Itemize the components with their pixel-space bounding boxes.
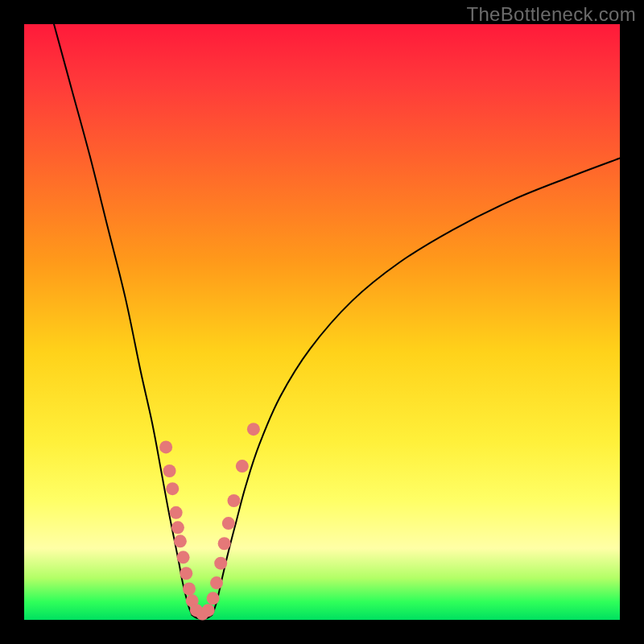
data-marker bbox=[174, 535, 187, 547]
data-marker bbox=[207, 592, 220, 605]
data-marker bbox=[202, 604, 215, 617]
data-marker bbox=[214, 557, 227, 570]
plot-area bbox=[24, 24, 620, 620]
data-marker bbox=[180, 567, 192, 580]
data-marker bbox=[247, 423, 260, 436]
data-marker bbox=[177, 551, 190, 564]
curve-bottleneck-curve-left bbox=[54, 24, 192, 615]
data-marker bbox=[183, 583, 196, 596]
data-marker bbox=[227, 494, 240, 507]
curve-group bbox=[54, 24, 620, 619]
data-marker bbox=[210, 576, 223, 589]
data-marker bbox=[218, 537, 231, 550]
data-marker bbox=[171, 521, 184, 534]
data-marker bbox=[170, 506, 183, 519]
marker-group bbox=[159, 423, 260, 620]
watermark-text: TheBottleneck.com bbox=[466, 3, 636, 26]
data-marker bbox=[166, 482, 179, 495]
data-marker bbox=[159, 440, 172, 453]
chart-frame: TheBottleneck.com bbox=[0, 0, 644, 644]
bottleneck-curve-svg bbox=[24, 24, 620, 620]
data-marker bbox=[163, 464, 176, 477]
curve-bottleneck-curve-right bbox=[212, 159, 620, 616]
data-marker bbox=[236, 460, 249, 473]
data-marker bbox=[222, 517, 235, 530]
